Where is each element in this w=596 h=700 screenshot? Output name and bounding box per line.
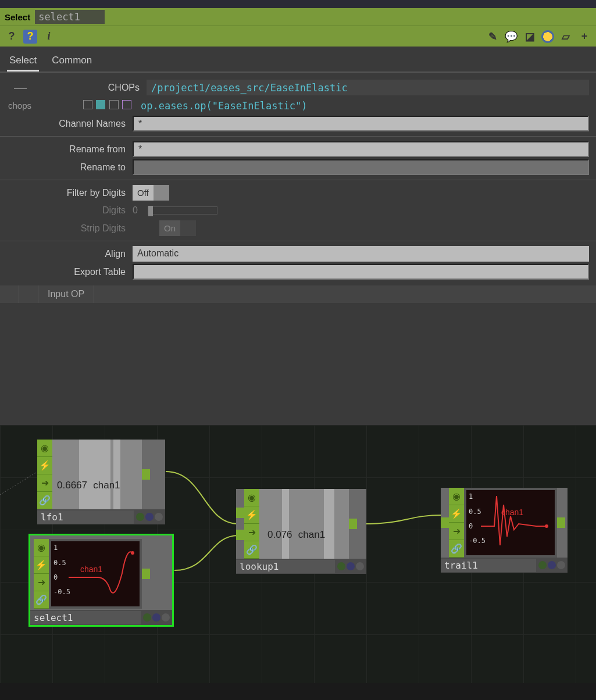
clone-icon[interactable]: 🔗 — [34, 591, 49, 609]
mode-constant-icon[interactable] — [83, 100, 92, 109]
network-editor[interactable]: ◉ ⚡ ➜ 🔗 0.6667 chan1 lfo1 ◉ ⚡ ➜ 🔗 1 — [0, 425, 596, 683]
lock-icon[interactable]: ➜ — [244, 524, 259, 541]
viewer-active-icon[interactable]: ◉ — [449, 488, 464, 505]
python-icon[interactable] — [541, 30, 554, 43]
comment-icon[interactable]: 💬 — [504, 30, 518, 44]
toolbar: ? ? i ✎ 💬 ◪ ▱ + — [0, 26, 596, 47]
align-dropdown[interactable]: Automatic — [133, 246, 589, 262]
filterdigits-toggle[interactable]: Off — [133, 185, 169, 201]
input-op-row: Input OP — [0, 285, 596, 303]
digits-label: Digits — [7, 205, 129, 216]
channames-field[interactable] — [133, 116, 589, 131]
parameter-panel: — CHOPs /project1/eases_src/EaseInElasti… — [0, 73, 596, 425]
edit-icon[interactable]: ✎ — [486, 30, 499, 44]
renameto-label: Rename to — [7, 162, 129, 173]
node-lfo1[interactable]: ◉ ⚡ ➜ 🔗 0.6667 chan1 lfo1 — [37, 440, 165, 524]
chops-sublabel: chops — [7, 101, 30, 110]
node-name-label[interactable]: lookup1 — [236, 560, 335, 573]
clone-icon[interactable]: 🔗 — [37, 492, 52, 509]
clone-icon[interactable]: 🔗 — [244, 541, 259, 559]
node-trail1[interactable]: ◉ ⚡ ➜ 🔗 1 0.5 0 -0.5 chan1 trail1 — [441, 488, 568, 573]
mode-bind-icon[interactable] — [122, 100, 131, 109]
filterdigits-label: Filter by Digits — [7, 188, 129, 198]
param-tabs: Select Common — [0, 47, 596, 73]
node-lookup1[interactable]: ◉ ⚡ ➜ 🔗 0.076 chan1 lookup1 — [236, 489, 366, 574]
bypass-icon[interactable]: ⚡ — [34, 556, 49, 574]
svg-point-0 — [131, 551, 134, 555]
viewer-active-icon[interactable]: ◉ — [37, 440, 52, 457]
op-type-label: Select — [5, 12, 30, 22]
input-connector-1[interactable] — [236, 530, 244, 540]
output-connector[interactable] — [349, 519, 357, 529]
clone-icon[interactable]: 🔗 — [449, 540, 464, 558]
info-icon[interactable]: i — [42, 30, 56, 44]
lock-icon[interactable]: ➜ — [449, 523, 464, 540]
viewer-active-icon[interactable]: ◉ — [34, 539, 49, 556]
bypass-icon[interactable]: ⚡ — [449, 505, 464, 523]
output-connector[interactable] — [142, 469, 150, 480]
lock-icon[interactable]: ➜ — [37, 474, 52, 492]
channames-label: Channel Names — [7, 119, 129, 129]
renamefrom-label: Rename from — [7, 144, 129, 155]
bypass-icon[interactable]: ⚡ — [37, 457, 52, 474]
title-bar: Select select1 — [0, 8, 596, 26]
align-label: Align — [7, 249, 129, 259]
tag-icon[interactable]: ◪ — [523, 30, 537, 44]
help-context-icon[interactable]: ? — [23, 30, 37, 44]
chops-expression-field[interactable]: op.eases.op("EaseInElastic") — [136, 98, 589, 113]
renameto-field[interactable] — [133, 159, 589, 175]
stripdigits-label: Strip Digits — [7, 223, 129, 234]
help-icon[interactable]: ? — [5, 30, 19, 44]
input-connector[interactable] — [441, 517, 449, 528]
lock-icon[interactable]: ➜ — [34, 574, 49, 591]
exporttable-label: Export Table — [7, 267, 129, 277]
digits-value: 0 — [133, 205, 144, 216]
mode-expression-icon[interactable] — [96, 100, 105, 109]
shape-icon[interactable]: ▱ — [559, 30, 573, 44]
op-name-field[interactable]: select1 — [35, 10, 105, 24]
stripdigits-toggle: On — [159, 220, 196, 236]
input-connector-0[interactable] — [236, 508, 244, 518]
inputop-label: Input OP — [38, 285, 94, 303]
exporttable-field[interactable] — [133, 264, 589, 280]
node-name-label[interactable]: lfo1 — [37, 510, 134, 524]
svg-point-1 — [545, 524, 548, 528]
plus-icon[interactable]: + — [577, 30, 591, 44]
renamefrom-field[interactable] — [133, 141, 589, 157]
chops-path-field[interactable]: /project1/eases_src/EaseInElastic — [147, 80, 589, 95]
digits-slider — [148, 206, 217, 215]
viewer-active-icon[interactable]: ◉ — [244, 489, 259, 506]
collapse-icon[interactable]: — — [7, 80, 34, 95]
tab-common[interactable]: Common — [49, 51, 94, 72]
bypass-icon[interactable]: ⚡ — [244, 506, 259, 524]
chops-label: CHOPs — [108, 83, 143, 92]
tab-select[interactable]: Select — [7, 51, 39, 72]
node-select1[interactable]: ◉ ⚡ ➜ 🔗 1 0.5 0 -0.5 chan1 select1 — [30, 535, 172, 625]
mode-export-icon[interactable] — [109, 100, 119, 109]
